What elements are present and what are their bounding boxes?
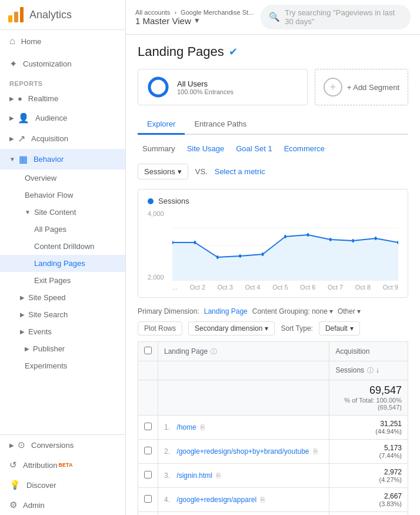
page-link[interactable]: /signin.html (176, 471, 212, 480)
sidebar-item-all-pages[interactable]: All Pages (0, 221, 125, 238)
page-link[interactable]: /google+redesign/shop+by+brand/youtube (176, 447, 309, 456)
sessions-pct: (44.94%) (335, 428, 402, 435)
svg-point-13 (262, 252, 264, 256)
main-content: All accounts › Google Merchandise St... … (126, 0, 420, 515)
other-arrow: ▾ (357, 307, 361, 315)
search-icon: 🔍 (269, 12, 280, 22)
row-sessions-cell: 2,518 (3.62%) (329, 512, 408, 516)
sessions-sort-arrow[interactable]: ↓ (376, 366, 379, 374)
table-row: 3. /signin.html ⎘ 2,972 (4.27%) (138, 464, 408, 488)
events-arrow: ▶ (20, 328, 25, 335)
sessions-info-icon: ⓘ (367, 367, 374, 374)
x-label-dots: ... (172, 284, 178, 291)
row-number: 1. (164, 423, 175, 431)
sidebar-item-home[interactable]: ⌂ Home (0, 30, 125, 52)
row-checkbox[interactable] (144, 423, 152, 430)
tab-explorer[interactable]: Explorer (138, 115, 185, 135)
page-link[interactable]: /home (176, 423, 196, 431)
search-placeholder: Try searching "Pageviews in last 30 days… (285, 8, 402, 26)
row-checkbox-cell (138, 488, 158, 512)
content-grouping-dropdown[interactable]: Content Grouping: none ▾ (252, 307, 333, 315)
sidebar-bottom: ▶ ⊙ Conversions ↺ Attribution BETA 💡 Dis… (0, 434, 125, 515)
exit-pages-label: Exit Pages (34, 276, 71, 285)
sidebar-item-site-search[interactable]: ▶ Site Search (0, 306, 125, 323)
acquisition-arrow: ▶ (9, 135, 14, 142)
add-segment-card[interactable]: + + Add Segment (315, 69, 408, 105)
landing-page-link[interactable]: Landing Page (204, 307, 248, 315)
other-label: Other (338, 307, 355, 315)
sidebar-item-exit-pages[interactable]: Exit Pages (0, 272, 125, 289)
sub-tab-ecommerce[interactable]: Ecommerce (279, 142, 329, 157)
segment-name: All Users (177, 79, 234, 88)
x-label-oct9: Oct 9 (383, 284, 398, 291)
select-all-checkbox[interactable] (144, 347, 152, 354)
row-number: 4. (164, 496, 175, 504)
sidebar-item-realtime[interactable]: ▶ ● Realtime (0, 89, 125, 108)
sidebar-item-publisher[interactable]: ▶ Publisher (0, 340, 125, 357)
row-checkbox[interactable] (144, 447, 152, 454)
all-pages-label: All Pages (34, 225, 66, 234)
content-drilldown-label: Content Drilldown (34, 242, 95, 251)
search-bar[interactable]: 🔍 Try searching "Pageviews in last 30 da… (261, 5, 411, 29)
sidebar-item-admin[interactable]: ⚙ Admin (0, 495, 125, 515)
view-selector-label: 1 Master View (135, 16, 191, 26)
sub-tab-site-usage[interactable]: Site Usage (182, 142, 229, 157)
view-selector[interactable]: 1 Master View ▼ (135, 16, 254, 26)
sort-type-dropdown[interactable]: Default ▾ (319, 321, 360, 335)
site-search-arrow: ▶ (20, 311, 25, 318)
sidebar-item-conversions[interactable]: ▶ ⊙ Conversions (0, 435, 125, 455)
y-label-2000: 2,000 (148, 274, 171, 281)
chart-area: Sessions 4,000 2,000 (138, 189, 408, 298)
plot-rows-button[interactable]: Plot Rows (138, 321, 182, 335)
secondary-dim-arrow: ▾ (265, 324, 268, 333)
sidebar-item-audience[interactable]: ▶ 👤 Audience (0, 108, 125, 128)
sidebar-item-attribution[interactable]: ↺ Attribution BETA (0, 455, 125, 475)
sessions-value: 31,251 (335, 420, 402, 428)
sub-tab-goal-set-1[interactable]: Goal Set 1 (231, 142, 276, 157)
svg-rect-0 (8, 15, 12, 22)
row-checkbox[interactable] (144, 495, 152, 503)
select-metric-link[interactable]: Select a metric (215, 167, 265, 176)
svg-point-18 (375, 237, 377, 240)
svg-point-10 (194, 241, 196, 244)
sidebar-label-customization: Customization (23, 59, 71, 68)
sidebar-item-behavior-flow[interactable]: Behavior Flow (0, 187, 125, 204)
page-link[interactable]: /google+redesign/apparel (176, 496, 256, 504)
segment-sub: 100.00% Entrances (177, 88, 234, 95)
landing-page-info-icon: ⓘ (211, 348, 217, 355)
sidebar-item-site-content[interactable]: ▼ Site Content (0, 204, 125, 221)
sidebar-header: Analytics (0, 0, 125, 30)
row-checkbox-cell (138, 512, 158, 516)
secondary-dimension-dropdown[interactable]: Secondary dimension ▾ (188, 321, 275, 335)
sessions-dropdown[interactable]: Sessions ▾ (138, 164, 188, 180)
sidebar-item-landing-pages[interactable]: Landing Pages (0, 255, 125, 272)
behavior-icon: ▦ (19, 154, 28, 165)
row-checkbox-cell (138, 416, 158, 440)
svg-point-15 (306, 233, 309, 237)
sort-default-label: Default (325, 324, 348, 333)
sidebar-item-discover[interactable]: 💡 Discover (0, 475, 125, 495)
sidebar-item-overview[interactable]: Overview (0, 170, 125, 187)
sidebar-item-experiments[interactable]: Experiments (0, 357, 125, 374)
data-table: Landing Page ⓘ Acquisition Sessions ⓘ ↓ (138, 341, 408, 515)
row-checkbox-cell (138, 440, 158, 464)
sidebar-item-behavior[interactable]: ▼ ▦ Behavior (0, 149, 125, 170)
table-total-row: 69,547 % of Total: 100.00% (69,547) (138, 380, 408, 416)
behavior-arrow: ▼ (9, 156, 15, 162)
view-selector-arrow: ▼ (194, 16, 201, 25)
sub-tab-summary[interactable]: Summary (138, 142, 180, 157)
legend-dot (148, 198, 154, 204)
sidebar-item-content-drilldown[interactable]: Content Drilldown (0, 238, 125, 255)
row-number: 3. (164, 471, 175, 480)
other-dropdown[interactable]: Other ▾ (338, 307, 361, 315)
row-checkbox[interactable] (144, 471, 152, 479)
sidebar-item-site-speed[interactable]: ▶ Site Speed (0, 289, 125, 306)
sidebar-item-acquisition[interactable]: ▶ ↗ Acquisition (0, 128, 125, 149)
sidebar-item-events[interactable]: ▶ Events (0, 323, 125, 340)
overview-label: Overview (25, 174, 56, 182)
sort-type-label: Sort Type: (281, 324, 312, 333)
sub-tab-row: Summary Site Usage Goal Set 1 Ecommerce (138, 142, 408, 157)
sidebar-item-customization[interactable]: ✦ Customization (0, 52, 125, 75)
sidebar: Analytics ⌂ Home ✦ Customization REPORTS… (0, 0, 126, 515)
tab-entrance-paths[interactable]: Entrance Paths (185, 115, 256, 135)
